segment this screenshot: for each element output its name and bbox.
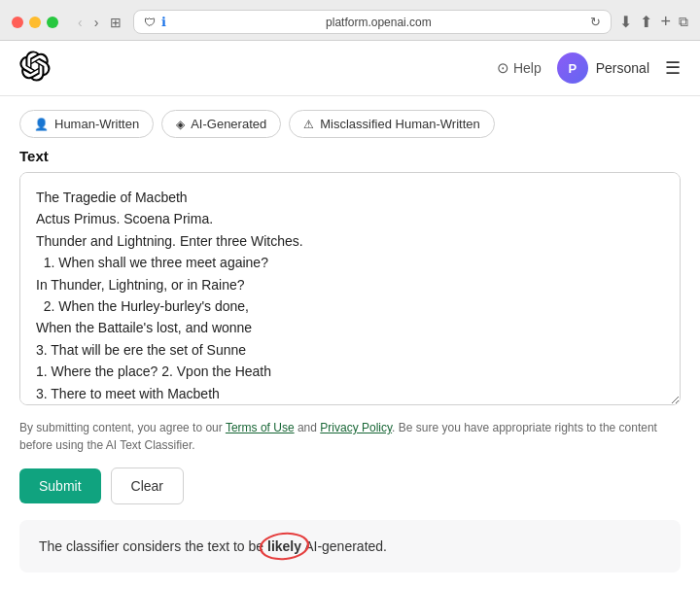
account-area[interactable]: P Personal <box>557 52 649 84</box>
address-bar[interactable]: 🛡 ℹ platform.openai.com ↻ <box>133 10 612 34</box>
info-icon: ℹ <box>161 15 166 29</box>
close-button[interactable] <box>12 17 23 28</box>
text-input[interactable]: The Tragedie of Macbeth Actus Primus. Sc… <box>19 172 681 405</box>
browser-actions: ⬇ ⬆ + ⧉ <box>619 12 688 32</box>
result-text: The classifier considers the text to be … <box>39 538 387 554</box>
hamburger-icon: ☰ <box>665 58 681 78</box>
help-label: Help <box>513 60 542 76</box>
browser-chrome: ‹ › ⊞ 🛡 ℹ platform.openai.com ↻ ⬇ ⬆ + ⧉ <box>0 0 700 41</box>
help-button[interactable]: ⊙ Help <box>497 59 542 77</box>
minimize-button[interactable] <box>29 17 41 28</box>
header-right: ⊙ Help P Personal ☰ <box>497 52 681 84</box>
title-bar: ‹ › ⊞ 🛡 ℹ platform.openai.com ↻ ⬇ ⬆ + ⧉ <box>0 0 700 40</box>
tabs-row: 👤 Human-Written ◈ AI-Generated ⚠ Misclas… <box>19 96 681 148</box>
add-tab-icon[interactable]: + <box>660 12 671 32</box>
maximize-button[interactable] <box>47 17 58 28</box>
action-row: Submit Clear <box>19 468 681 504</box>
logo[interactable] <box>19 51 51 86</box>
share-icon[interactable]: ⬆ <box>640 13 652 31</box>
browser-controls: ‹ › ⊞ <box>74 13 125 32</box>
tab-human-written[interactable]: 👤 Human-Written <box>19 110 154 138</box>
result-highlight-strong: likely <box>267 538 301 554</box>
disclaimer-before: By submitting content, you agree to our <box>19 421 226 434</box>
clear-button[interactable]: Clear <box>111 468 184 504</box>
hamburger-menu-button[interactable]: ☰ <box>665 59 681 77</box>
tab-ai-generated[interactable]: ◈ AI-Generated <box>161 110 281 138</box>
url-text: platform.openai.com <box>172 16 584 29</box>
terms-link[interactable]: Terms of Use <box>226 421 295 434</box>
submit-button[interactable]: Submit <box>19 468 101 503</box>
avatar-initials: P <box>568 61 577 76</box>
result-text-before: The classifier considers the text to be <box>39 538 267 554</box>
warning-icon: ⚠ <box>303 118 314 131</box>
ai-icon: ◈ <box>176 118 185 131</box>
main-content: 👤 Human-Written ◈ AI-Generated ⚠ Misclas… <box>0 96 700 589</box>
result-text-after: AI-generated. <box>301 538 387 554</box>
traffic-lights <box>12 17 58 28</box>
tab-misclassified-label: Misclassified Human-Written <box>320 117 479 131</box>
duplicate-icon[interactable]: ⧉ <box>679 14 688 30</box>
tab-human-written-label: Human-Written <box>54 117 139 131</box>
reload-icon[interactable]: ↻ <box>590 15 601 29</box>
text-section-label: Text <box>19 148 681 164</box>
person-icon: 👤 <box>34 118 49 131</box>
help-circle-icon: ⊙ <box>497 59 509 77</box>
disclaimer: By submitting content, you agree to our … <box>19 419 681 454</box>
shield-icon: 🛡 <box>144 16 156 29</box>
grid-button[interactable]: ⊞ <box>106 13 125 32</box>
result-box: The classifier considers the text to be … <box>19 520 681 572</box>
personal-label: Personal <box>596 60 649 76</box>
forward-button[interactable]: › <box>90 13 103 32</box>
download-icon[interactable]: ⬇ <box>619 13 632 31</box>
back-button[interactable]: ‹ <box>74 13 87 32</box>
tab-misclassified[interactable]: ⚠ Misclassified Human-Written <box>289 110 494 138</box>
avatar: P <box>557 52 588 84</box>
privacy-link[interactable]: Privacy Policy <box>320 421 392 434</box>
tab-ai-generated-label: AI-Generated <box>191 117 266 131</box>
disclaimer-and: and <box>295 421 321 434</box>
result-highlight-word: likely <box>267 536 301 557</box>
app-header: ⊙ Help P Personal ☰ <box>0 41 700 96</box>
